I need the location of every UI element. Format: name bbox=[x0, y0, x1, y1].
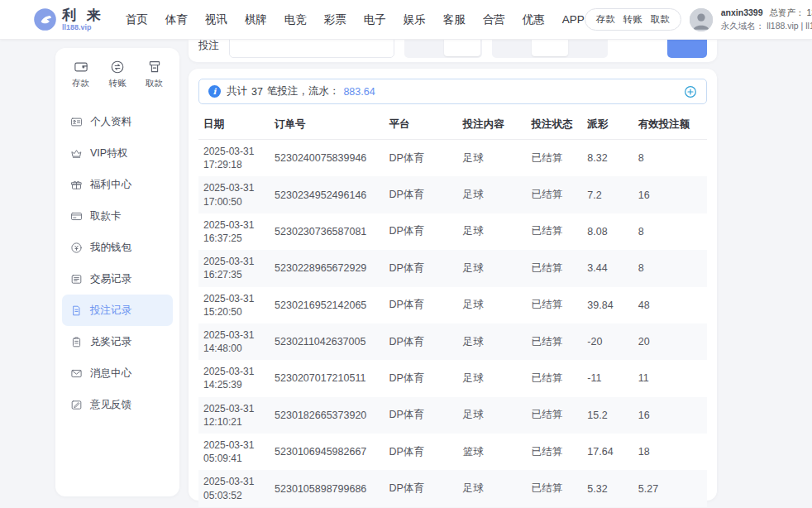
sidebar: 存款转账取款 个人资料VIP特权福利中心取款卡我的钱包交易记录投注记录兑奖记录消… bbox=[55, 48, 179, 496]
nav-item-0[interactable]: 首页 bbox=[126, 12, 148, 27]
valid-amount-cell: 8 bbox=[633, 250, 707, 286]
sidebar-item-5[interactable]: 交易记录 bbox=[62, 263, 173, 295]
filter-segment-group-2[interactable] bbox=[492, 40, 608, 58]
content-cell: 足球 bbox=[458, 323, 527, 360]
nav-item-11[interactable]: APP bbox=[562, 13, 585, 26]
bank-card-icon bbox=[70, 210, 83, 223]
bet-records-card: i 共计 37 笔投注，流水： 883.64 日期订单号平台投注内容投注状态派彩… bbox=[189, 69, 717, 501]
order-cell: 5230207017210511 bbox=[270, 360, 384, 396]
brand-logo[interactable]: 利 来 ll188.vip bbox=[33, 7, 104, 31]
withdraw-icon bbox=[147, 60, 162, 74]
sidebar-item-0[interactable]: 个人资料 bbox=[62, 106, 173, 137]
summary-count: 37 bbox=[251, 86, 263, 98]
avatar[interactable] bbox=[690, 8, 713, 31]
table-row: 2025-03-3116:37:255230230736587081DP体育足球… bbox=[198, 213, 707, 250]
valid-amount-cell: 48 bbox=[633, 287, 707, 323]
sidebar-shortcuts: 存款转账取款 bbox=[55, 60, 179, 89]
table-row: 2025-03-3112:10:215230182665373920DP体育足球… bbox=[198, 397, 707, 434]
redeem-icon bbox=[70, 336, 83, 348]
platform-cell: DP体育 bbox=[384, 213, 457, 250]
sidebar-item-1[interactable]: VIP特权 bbox=[62, 137, 173, 169]
nav-item-10[interactable]: 优惠 bbox=[523, 12, 545, 27]
order-cell: 5230106945982667 bbox=[270, 434, 384, 470]
sidebar-shortcut-0[interactable]: 存款 bbox=[72, 60, 89, 89]
platform-cell: DP体育 bbox=[384, 323, 457, 360]
nav-item-7[interactable]: 娱乐 bbox=[404, 12, 426, 27]
table-header-row: 日期订单号平台投注内容投注状态派彩有效投注额 bbox=[198, 109, 707, 140]
user-info: anxin3399总资产： 1363.49元 永久域名： ll188.vip |… bbox=[721, 7, 812, 33]
nav-item-3[interactable]: 棋牌 bbox=[245, 12, 267, 27]
status-cell: 已结算 bbox=[527, 434, 583, 470]
expand-plus-icon[interactable] bbox=[684, 85, 697, 98]
shortcut-label: 存款 bbox=[72, 78, 89, 89]
sidebar-item-4[interactable]: 我的钱包 bbox=[62, 232, 173, 263]
sidebar-item-2[interactable]: 福利中心 bbox=[62, 169, 173, 200]
feedback-icon bbox=[70, 399, 83, 411]
payout-cell: 15.2 bbox=[582, 397, 633, 434]
column-header-6: 有效投注额 bbox=[633, 109, 707, 140]
content-cell: 足球 bbox=[458, 213, 527, 250]
nav-item-9[interactable]: 合营 bbox=[483, 12, 505, 27]
main-content: 投注 i 共计 37 笔投注，流水： 883.64 日期订单号平台投注 bbox=[189, 40, 717, 501]
valid-amount-cell: 16 bbox=[633, 176, 707, 213]
date-range-input[interactable] bbox=[229, 40, 394, 58]
date-cell: 2025-03-3116:27:35 bbox=[198, 250, 270, 286]
content-cell: 足球 bbox=[458, 140, 527, 177]
nav-item-4[interactable]: 电竞 bbox=[284, 12, 307, 27]
summary-turnover: 883.64 bbox=[343, 86, 375, 98]
quick-action-2[interactable]: 取款 bbox=[651, 13, 670, 26]
filter-segment-group-1[interactable] bbox=[404, 40, 482, 58]
date-cell: 2025-03-3117:29:18 bbox=[198, 140, 270, 177]
content-cell: 足球 bbox=[458, 397, 527, 434]
table-row: 2025-03-3105:03:525230105898799686DP体育足球… bbox=[198, 470, 707, 506]
nav-item-2[interactable]: 视讯 bbox=[205, 12, 227, 27]
username: anxin3399 bbox=[721, 7, 763, 17]
sidebar-shortcut-1[interactable]: 转账 bbox=[109, 60, 127, 89]
summary-part2: 笔投注，流水： bbox=[267, 84, 340, 98]
column-header-0: 日期 bbox=[198, 109, 270, 140]
order-cell: 5230230736587081 bbox=[270, 213, 384, 250]
platform-cell: DP体育 bbox=[384, 176, 457, 213]
brand-logo-icon bbox=[33, 7, 57, 31]
payout-cell: 8.08 bbox=[582, 213, 633, 250]
nav-item-8[interactable]: 客服 bbox=[443, 12, 466, 27]
status-cell: 已结算 bbox=[527, 323, 583, 360]
gift-icon bbox=[70, 179, 83, 191]
content-cell: 足球 bbox=[458, 470, 527, 506]
sidebar-item-6[interactable]: 投注记录 bbox=[62, 295, 173, 326]
sidebar-item-label: VIP特权 bbox=[90, 146, 127, 161]
valid-amount-cell: 8 bbox=[633, 213, 707, 250]
bet-records-icon bbox=[70, 304, 83, 317]
sidebar-item-7[interactable]: 兑奖记录 bbox=[62, 326, 173, 357]
person-icon bbox=[690, 8, 713, 31]
shortcut-label: 转账 bbox=[109, 78, 127, 89]
header-quick-actions: 存款转账取款 bbox=[585, 8, 681, 31]
order-cell: 5230216952142065 bbox=[270, 287, 384, 323]
table-row: 2025-03-3116:27:355230228965672929DP体育足球… bbox=[198, 250, 707, 286]
quick-action-0[interactable]: 存款 bbox=[596, 13, 615, 26]
sidebar-item-label: 消息中心 bbox=[90, 367, 131, 381]
status-cell: 已结算 bbox=[527, 250, 583, 286]
sidebar-item-9[interactable]: 意见反馈 bbox=[62, 389, 173, 420]
nav-item-1[interactable]: 体育 bbox=[165, 12, 188, 27]
filter-search-button[interactable] bbox=[667, 40, 707, 58]
transfer-icon bbox=[110, 60, 125, 74]
date-cell: 2025-03-3112:10:21 bbox=[198, 397, 270, 434]
nav-item-5[interactable]: 彩票 bbox=[324, 12, 346, 27]
sidebar-shortcut-2[interactable]: 取款 bbox=[146, 60, 163, 89]
sidebar-item-label: 兑奖记录 bbox=[90, 335, 131, 349]
content-cell: 足球 bbox=[458, 250, 527, 286]
table-row: 2025-03-3114:48:005230211042637005DP体育足球… bbox=[198, 323, 707, 360]
table-row: 2025-03-3117:29:185230240075839946DP体育足球… bbox=[198, 140, 707, 177]
date-cell: 2025-03-3105:03:52 bbox=[198, 470, 270, 506]
profile-icon bbox=[70, 116, 83, 128]
brand-domain: ll188.vip bbox=[62, 24, 104, 31]
nav-item-6[interactable]: 电子 bbox=[364, 12, 386, 27]
platform-cell: DP体育 bbox=[384, 397, 457, 434]
platform-cell: DP体育 bbox=[384, 250, 457, 286]
sidebar-item-8[interactable]: 消息中心 bbox=[62, 357, 173, 389]
sidebar-item-3[interactable]: 取款卡 bbox=[62, 200, 173, 232]
main-nav: 首页体育视讯棋牌电竞彩票电子娱乐客服合营优惠APP bbox=[126, 12, 585, 27]
quick-action-1[interactable]: 转账 bbox=[623, 13, 642, 26]
platform-cell: DP体育 bbox=[384, 287, 457, 323]
